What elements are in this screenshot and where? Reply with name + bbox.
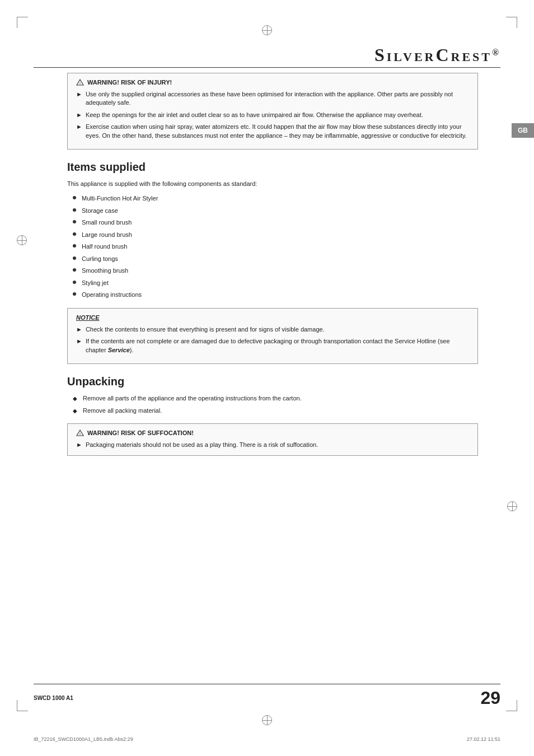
bullet-dot [73,220,76,223]
brand-name: SilverCrest® [374,45,500,66]
warning-title-text: WARNING! RISK OF INJURY! [87,79,172,86]
list-item: Half round brush [73,242,478,251]
warning-text-2: Keep the openings for the air inlet and … [86,111,423,119]
svg-text:!: ! [79,432,81,436]
suffocation-box: ! WARNING! RISK OF SUFFOCATION! ► Packag… [67,423,478,455]
unpacking-list: ◆ Remove all parts of the appliance and … [73,394,478,415]
suffocation-arrow-1: ► [76,441,82,449]
unpacking-text-2: Remove all packing material. [83,406,162,416]
crosshair-bottom [262,715,272,725]
brand-silver: Silver [374,45,435,65]
suffocation-triangle-icon: ! [76,430,84,436]
warning-item-2: ► Keep the openings for the air inlet an… [76,111,469,119]
items-supplied-list: Multi-Function Hot Air Styler Storage ca… [73,194,478,300]
warning-text-3: Exercise caution when using hair spray, … [86,123,469,140]
bullet-dot [73,256,76,260]
bullet-dot [73,292,76,296]
bullet-dot [73,232,76,236]
crosshair-left [17,235,27,245]
brand-star: ® [492,48,500,57]
file-info-left: IB_72216_SWCD1000A1_LB5.indb Abs2:29 [34,736,133,742]
warning-title: ! WARNING! RISK OF INJURY! [76,79,469,86]
notice-service-link: Service [108,347,130,353]
bullet-dot [73,196,76,199]
warning-item-1: ► Use only the supplied original accesso… [76,90,469,108]
suffocation-title-text: WARNING! RISK OF SUFFOCATION! [87,430,194,436]
notice-box: NOTICE ► Check the contents to ensure th… [67,308,478,364]
items-supplied-title: Items supplied [67,161,478,174]
list-item: Small round brush [73,218,478,227]
warning-box: ! WARNING! RISK OF INJURY! ► Use only th… [67,73,478,150]
file-info: IB_72216_SWCD1000A1_LB5.indb Abs2:29 27.… [34,736,500,742]
unpacking-title: Unpacking [67,375,478,388]
brand-header: SilverCrest® [374,45,500,66]
file-info-right: 27.02.12 11:51 [467,736,500,742]
main-content: ! WARNING! RISK OF INJURY! ► Use only th… [67,73,478,467]
crosshair-top [262,25,272,35]
suffocation-text-1: Packaging materials should not be used a… [86,441,318,449]
brand-crest: Crest [435,45,492,65]
bullet-dot [73,244,76,248]
warning-arrow-2: ► [76,111,82,119]
bullet-dot [73,268,76,272]
notice-text-1: Check the contents to ensure that everyt… [86,325,325,334]
list-item: Smoothing brush [73,266,478,276]
suffocation-item-1: ► Packaging materials should not be used… [76,441,469,449]
list-item: Storage case [73,206,478,216]
notice-text-2: If the contents are not complete or are … [86,337,469,354]
reg-mark-br [506,700,517,711]
warning-triangle-icon: ! [76,79,84,86]
notice-item-1: ► Check the contents to ensure that ever… [76,325,469,334]
notice-arrow-1: ► [76,325,82,334]
suffocation-title: ! WARNING! RISK OF SUFFOCATION! [76,430,469,436]
items-supplied-section: Items supplied This appliance is supplie… [67,161,478,300]
reg-mark-tr [506,17,517,28]
list-item: Curling tongs [73,254,478,264]
unpacking-text-1: Remove all parts of the appliance and th… [83,394,302,403]
list-item: Styling jet [73,278,478,288]
bullet-dot [73,281,76,284]
reg-mark-bl [17,700,28,711]
warning-arrow-3: ► [76,123,82,131]
items-supplied-intro: This appliance is supplied with the foll… [67,179,478,189]
warning-text-1: Use only the supplied original accessori… [86,90,469,108]
warning-item-3: ► Exercise caution when using hair spray… [76,123,469,140]
reg-mark-tl [17,17,28,28]
footer: SWCD 1000 A1 29 [34,684,500,708]
gb-tab: GB [512,123,534,138]
unpacking-item-2: ◆ Remove all packing material. [73,406,478,416]
notice-title: NOTICE [76,314,469,321]
svg-text:!: ! [79,82,81,85]
unpacking-item-1: ◆ Remove all parts of the appliance and … [73,394,478,403]
list-item: Multi-Function Hot Air Styler [73,194,478,203]
crosshair-right [507,501,517,511]
warning-arrow-1: ► [76,90,82,99]
bullet-dot [73,208,76,212]
header-line [34,67,500,68]
notice-item-2: ► If the contents are not complete or ar… [76,337,469,354]
list-item: Large round brush [73,230,478,240]
list-item: Operating instructions [73,290,478,300]
diamond-bullet-1: ◆ [73,394,77,403]
unpacking-section: Unpacking ◆ Remove all parts of the appl… [67,375,478,415]
notice-arrow-2: ► [76,337,82,346]
diamond-bullet-2: ◆ [73,407,77,415]
footer-page-number: 29 [480,688,500,708]
footer-model: SWCD 1000 A1 [34,695,73,701]
